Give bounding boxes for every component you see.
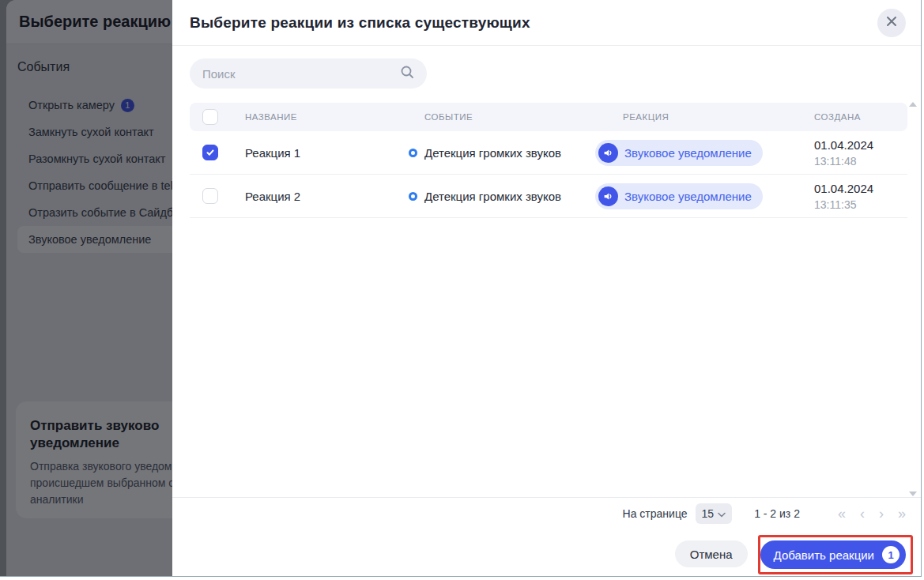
app-window: Выберите реакцию н События Открыть камер… (0, 0, 924, 580)
event-label: Детекция громких звуков (424, 190, 561, 203)
scroll-down-arrow[interactable] (909, 491, 917, 496)
badge-label: Звуковое уведомление (624, 146, 752, 160)
add-reactions-button[interactable]: Добавить реакции 1 (760, 540, 906, 569)
select-all-checkbox[interactable] (202, 109, 218, 125)
created-time: 13:11:35 (814, 197, 907, 213)
select-reactions-modal: Выберите реакции из списка существующих (172, 0, 922, 577)
add-reactions-label: Добавить реакции (774, 548, 874, 562)
last-page-button[interactable]: » (895, 507, 909, 521)
column-header-event: СОБЫТИЕ (409, 112, 595, 122)
created-date: 01.04.2024 (814, 180, 907, 197)
close-icon (886, 16, 897, 29)
reaction-name: Реакция 1 (231, 146, 409, 160)
modal-header: Выберите реакции из списка существующих (172, 0, 922, 46)
scroll-up-arrow[interactable] (909, 102, 917, 107)
reaction-cell: Звуковое уведомление (595, 140, 814, 166)
event-label: Детекция громких звуков (424, 146, 561, 160)
cancel-button[interactable]: Отмена (675, 540, 748, 567)
modal-title: Выберите реакции из списка существующих (190, 14, 530, 32)
per-page-label: На странице (623, 507, 688, 520)
column-header-created: СОЗДАНА (814, 112, 907, 122)
event-ring-icon (409, 192, 417, 201)
event-ring-icon (409, 149, 417, 157)
reaction-cell: Звуковое уведомление (595, 183, 814, 209)
search-input[interactable] (202, 67, 400, 81)
event-cell: Детекция громких звуков (409, 146, 595, 160)
badge-label: Звуковое уведомление (624, 190, 752, 203)
selected-count-badge: 1 (882, 546, 899, 563)
table-row[interactable]: Реакция 2 Детекция громких звуков (190, 175, 907, 218)
prev-page-button[interactable]: ‹ (857, 507, 868, 521)
search-icon (400, 65, 414, 82)
modal-body: НАЗВАНИЕ СОБЫТИЕ РЕАКЦИЯ СОЗДАНА Реакция… (172, 46, 922, 497)
sound-notification-badge: Звуковое уведомление (595, 140, 763, 166)
first-page-button[interactable]: « (835, 507, 849, 521)
created-cell: 01.04.2024 13:11:35 (814, 180, 907, 213)
row-checkbox[interactable] (202, 188, 218, 204)
per-page-value: 15 (702, 507, 715, 520)
next-page-button[interactable]: › (876, 507, 887, 521)
created-date: 01.04.2024 (814, 137, 907, 153)
per-page-select[interactable]: 15 (696, 503, 733, 524)
speaker-icon (598, 186, 618, 206)
close-button[interactable] (877, 9, 906, 37)
created-time: 13:11:48 (814, 153, 907, 169)
column-header-reaction: РЕАКЦИЯ (595, 112, 814, 122)
reaction-name: Реакция 2 (231, 190, 409, 203)
created-cell: 01.04.2024 13:11:48 (814, 137, 907, 169)
search-box (190, 58, 427, 89)
pagination-range: 1 - 2 из 2 (754, 507, 800, 520)
event-cell: Детекция громких звуков (409, 190, 595, 203)
row-checkbox[interactable] (202, 145, 218, 160)
action-buttons: Отмена Добавить реакции 1 (172, 529, 922, 577)
sound-notification-badge: Звуковое уведомление (595, 183, 763, 209)
browser-window: Выберите реакцию н События Открыть камер… (0, 0, 922, 577)
modal-footer: На странице 15 1 - 2 из 2 « ‹ › (172, 497, 922, 577)
pagination-arrows: « ‹ › » (835, 507, 909, 521)
table-header: НАЗВАНИЕ СОБЫТИЕ РЕАКЦИЯ СОЗДАНА (190, 103, 907, 131)
speaker-icon (598, 143, 618, 163)
table-row[interactable]: Реакция 1 Детекция громких звуков (190, 131, 907, 175)
chevron-down-icon (718, 507, 726, 520)
column-header-name: НАЗВАНИЕ (231, 112, 409, 122)
pagination-bar: На странице 15 1 - 2 из 2 « ‹ › (172, 498, 922, 529)
